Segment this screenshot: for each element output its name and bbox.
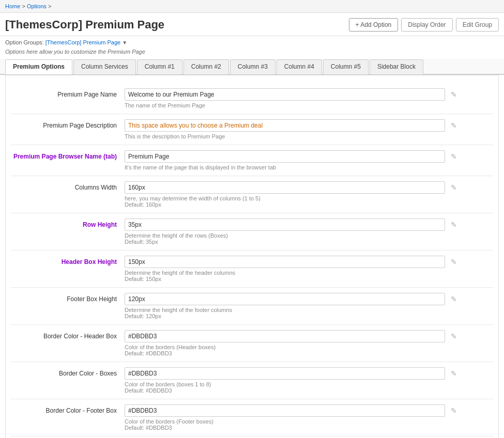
breadcrumb-options[interactable]: Options — [27, 3, 47, 9]
hint-border-color-boxes-1: Color of the borders (boxes 1 to 8) — [125, 381, 493, 387]
form-row-columns-width: Columns Width ✎ here, you may determine … — [11, 176, 493, 213]
field-columns-width: ✎ here, you may determine the width of c… — [125, 181, 493, 208]
field-browser-name: ✎ It's the name of the page that is disp… — [125, 150, 493, 170]
dropdown-arrow-icon[interactable]: ▼ — [122, 40, 127, 45]
pencil-icon-columns-width[interactable]: ✎ — [448, 182, 460, 193]
label-premium-page-description: Premium Page Description — [11, 119, 125, 129]
tab-column4[interactable]: Column #4 — [277, 59, 322, 74]
option-groups-link[interactable]: [ThemesCorp] Premium Page — [45, 39, 121, 45]
field-premium-page-name: ✎ The name of the Premium Page — [125, 88, 493, 108]
form-row-footer-box-height: Footer Box Height ✎ Determine the height… — [11, 288, 493, 325]
input-premium-page-description[interactable] — [125, 119, 445, 132]
input-border-color-footer-box[interactable] — [125, 404, 445, 417]
pencil-icon-browser-name[interactable]: ✎ — [448, 151, 460, 162]
form-row-row-height: Row Height ✎ Determine the height of the… — [11, 213, 493, 251]
field-header-box-height: ✎ Determine the height of the header col… — [125, 256, 493, 282]
field-row-height: ✎ Determine the height of the rows (Boxe… — [125, 218, 493, 245]
breadcrumb-home[interactable]: Home — [5, 3, 20, 9]
main-content: Premium Page Name ✎ The name of the Prem… — [6, 75, 498, 438]
add-option-button[interactable]: + Add Option — [349, 18, 399, 32]
form-row-premium-page-name: Premium Page Name ✎ The name of the Prem… — [11, 83, 493, 114]
pencil-icon-border-color-footer-box[interactable]: ✎ — [448, 405, 460, 416]
breadcrumb: Home > Options > — [0, 0, 504, 13]
hint-border-color-footer-box-1: Color of the borders (Footer boxes) — [125, 418, 493, 425]
option-groups-bar: Option Groups: [ThemesCorp] Premium Page… — [0, 36, 504, 48]
label-browser-name: Premium Page Browser Name (tab) — [11, 150, 125, 160]
header-buttons: + Add Option Display Order Edit Group — [349, 18, 499, 32]
form-row-border-color-header-box: Border Color - Header Box ✎ Color of the… — [11, 325, 493, 362]
hint-columns-width-1: here, you may determine the width of col… — [125, 195, 493, 201]
hint-border-color-header-box-1: Color of the borders (Header boxes) — [125, 344, 493, 350]
pencil-icon-header-box-height[interactable]: ✎ — [448, 257, 460, 267]
input-row-height[interactable] — [125, 218, 445, 231]
tabs-bar: Premium Options Column Services Column #… — [0, 59, 504, 75]
hint-row-height-1: Determine the height of the rows (Boxes) — [125, 232, 493, 239]
hint-footer-box-height-2: Default: 120px — [125, 313, 493, 319]
label-header-box-height: Header Box Height — [11, 256, 125, 265]
input-browser-name[interactable] — [125, 150, 445, 163]
form-row-premium-page-description: Premium Page Description ✎ This is the d… — [11, 114, 493, 145]
option-groups-label: Option Groups: — [5, 39, 44, 45]
tab-premium-options[interactable]: Premium Options — [5, 59, 72, 74]
input-header-box-height[interactable] — [125, 256, 445, 268]
hint-border-color-header-box-2: Default: #DBDBD3 — [125, 350, 493, 356]
edit-group-button[interactable]: Edit Group — [456, 18, 499, 32]
form-row-header-box-height: Header Box Height ✎ Determine the height… — [11, 251, 493, 288]
field-footer-box-height: ✎ Determine the height of the footer col… — [125, 293, 493, 319]
hint-columns-width-2: Default: 160px — [125, 201, 493, 208]
label-border-color-header-box: Border Color - Header Box — [11, 330, 125, 340]
label-border-color-footer-box: Border Color - Footer Box — [11, 404, 125, 414]
input-border-color-header-box[interactable] — [125, 330, 445, 342]
pencil-icon-border-color-header-box[interactable]: ✎ — [448, 331, 460, 341]
label-columns-width: Columns Width — [11, 181, 125, 191]
hint-header-box-height-1: Determine the height of the header colum… — [125, 270, 493, 276]
field-premium-page-description: ✎ This is the description to Premium Pag… — [125, 119, 493, 139]
pencil-icon-premium-page-name[interactable]: ✎ — [448, 89, 460, 100]
display-order-button[interactable]: Display Order — [401, 18, 452, 32]
label-border-color-boxes: Border Color - Boxes — [11, 367, 125, 377]
input-premium-page-name[interactable] — [125, 88, 445, 101]
page-header: [ThemesCorp] Premium Page + Add Option D… — [0, 13, 504, 36]
label-footer-box-height: Footer Box Height — [11, 293, 125, 303]
tab-column2[interactable]: Column #2 — [184, 59, 229, 74]
form-row-border-color-footer-box: Border Color - Footer Box ✎ Color of the… — [11, 399, 493, 436]
tab-column3[interactable]: Column #3 — [230, 59, 276, 74]
tab-column1[interactable]: Column #1 — [137, 59, 182, 74]
input-border-color-boxes[interactable] — [125, 367, 445, 380]
pencil-icon-border-color-boxes[interactable]: ✎ — [448, 368, 460, 379]
hint-row-height-2: Default: 35px — [125, 239, 493, 245]
pencil-icon-premium-page-description[interactable]: ✎ — [448, 120, 460, 131]
page-description: Options here allow you to customize the … — [0, 48, 504, 59]
form-row-browser-name: Premium Page Browser Name (tab) ✎ It's t… — [11, 145, 493, 176]
tab-sidebar-block[interactable]: Sidebar Block — [370, 59, 423, 74]
tab-column5[interactable]: Column #5 — [323, 59, 369, 74]
label-row-height: Row Height — [11, 218, 125, 228]
pencil-icon-footer-box-height[interactable]: ✎ — [448, 294, 460, 304]
content-area: Premium Page Name ✎ The name of the Prem… — [5, 75, 499, 438]
field-border-color-boxes: ✎ Color of the borders (boxes 1 to 8) De… — [125, 367, 493, 394]
input-footer-box-height[interactable] — [125, 293, 445, 305]
field-border-color-header-box: ✎ Color of the borders (Header boxes) De… — [125, 330, 493, 356]
hint-browser-name: It's the name of the page that is displa… — [125, 164, 493, 170]
page-title: [ThemesCorp] Premium Page — [5, 18, 164, 32]
hint-footer-box-height-1: Determine the height of the footer colum… — [125, 307, 493, 313]
form-row-border-color-boxes: Border Color - Boxes ✎ Color of the bord… — [11, 362, 493, 399]
hint-premium-page-description: This is the description to Premium Page — [125, 133, 493, 139]
hint-border-color-footer-box-2: Default: #DBDBD3 — [125, 425, 493, 431]
pencil-icon-row-height[interactable]: ✎ — [448, 220, 460, 230]
label-premium-page-name: Premium Page Name — [11, 88, 125, 98]
hint-header-box-height-2: Default: 150px — [125, 276, 493, 282]
field-border-color-footer-box: ✎ Color of the borders (Footer boxes) De… — [125, 404, 493, 431]
hint-border-color-boxes-2: Default: #DBDBD3 — [125, 387, 493, 394]
tab-column-services[interactable]: Column Services — [73, 59, 136, 74]
input-columns-width[interactable] — [125, 181, 445, 194]
hint-premium-page-name: The name of the Premium Page — [125, 102, 493, 108]
